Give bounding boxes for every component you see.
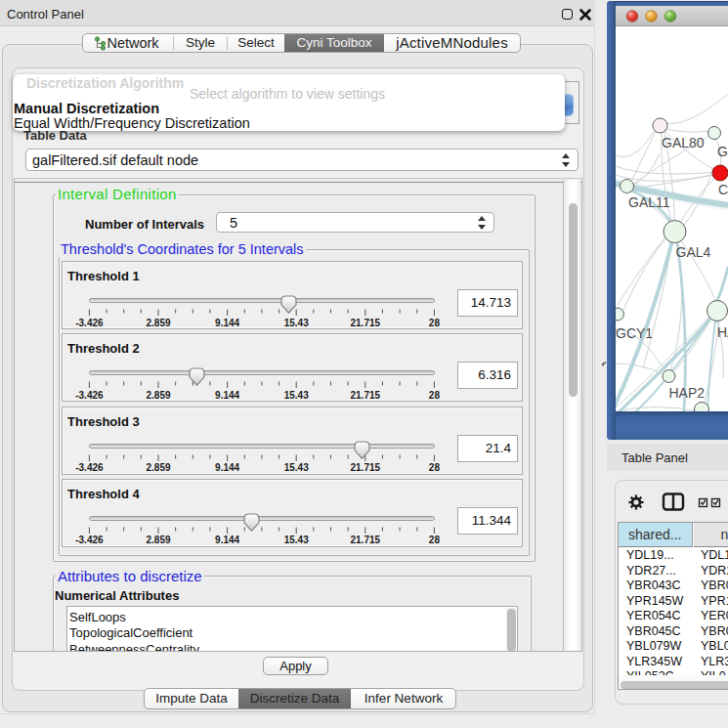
svg-text:HA: HA <box>717 324 728 340</box>
svg-text:GCY1: GCY1 <box>616 325 653 341</box>
svg-text:HAP2: HAP2 <box>669 385 706 401</box>
svg-text:GAL11: GAL11 <box>628 194 670 210</box>
svg-text:GA: GA <box>717 144 728 159</box>
svg-text:CY: CY <box>718 182 728 197</box>
svg-text:GAL4: GAL4 <box>676 244 711 260</box>
svg-text:GAL80: GAL80 <box>662 135 705 150</box>
